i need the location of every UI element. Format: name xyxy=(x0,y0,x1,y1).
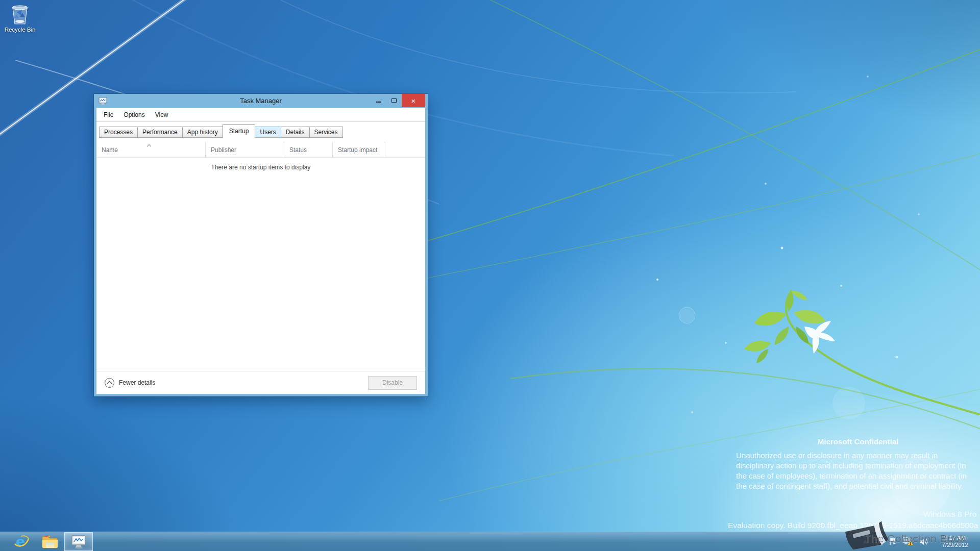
confidential-line: the case of contingent staff), and poten… xyxy=(736,481,980,491)
empty-list-message: There are no startup items to display xyxy=(96,164,425,171)
fewer-details-button[interactable]: Fewer details xyxy=(105,378,155,388)
confidential-watermark: Microsoft Confidential Unauthorized use … xyxy=(736,437,980,491)
menu-file[interactable]: File xyxy=(99,109,118,120)
tab-processes[interactable]: Processes xyxy=(99,127,138,138)
menu-options[interactable]: Options xyxy=(118,109,150,120)
touch-keyboard-icon[interactable] xyxy=(873,538,883,546)
confidential-line: the case of employees), termination of a… xyxy=(736,471,980,481)
task-manager-taskbar-button[interactable] xyxy=(64,532,93,551)
file-explorer-icon xyxy=(42,535,58,548)
close-button[interactable]: × xyxy=(402,94,425,107)
recycle-bin-icon xyxy=(8,3,32,26)
task-manager-icon xyxy=(71,535,86,549)
file-explorer-button[interactable] xyxy=(36,532,64,551)
column-header-filler xyxy=(385,142,425,157)
clock-time: 9:17 AM xyxy=(934,535,976,542)
evaluation-copy-watermark: Evaluation copy. Build 9200.fbl_eeap.120… xyxy=(728,521,978,530)
tab-users[interactable]: Users xyxy=(255,127,281,138)
task-manager-window: Task Manager × File Options View Process… xyxy=(94,94,428,396)
system-tray: 9:17 AM 7/29/2012 xyxy=(863,532,980,551)
taskbar-pinned-apps: e xyxy=(0,532,93,551)
clock-date: 7/29/2012 xyxy=(934,542,976,549)
disable-button[interactable]: Disable xyxy=(368,376,417,390)
recycle-bin[interactable]: Recycle Bin xyxy=(4,3,36,33)
confidential-title: Microsoft Confidential xyxy=(736,437,980,447)
startup-items-list: There are no startup items to display xyxy=(96,158,425,371)
column-headers: Name Publisher Status Startup impact xyxy=(96,142,425,158)
minimize-button[interactable] xyxy=(371,94,386,107)
column-header-name[interactable]: Name xyxy=(96,142,206,157)
internet-explorer-icon: e xyxy=(14,534,29,549)
svg-text:e: e xyxy=(16,534,25,549)
chevron-up-circle-icon xyxy=(105,378,114,388)
footer-bar: Fewer details Disable xyxy=(96,371,425,394)
tab-content-gap xyxy=(96,138,425,142)
column-header-status[interactable]: Status xyxy=(284,142,333,157)
tab-strip: Processes Performance App history Startu… xyxy=(96,122,425,138)
network-warning-icon[interactable] xyxy=(902,537,914,546)
taskbar-clock[interactable]: 9:17 AM 7/29/2012 xyxy=(934,535,976,548)
menu-bar: File Options View xyxy=(96,108,425,122)
action-center-flag-icon[interactable] xyxy=(889,537,897,546)
show-hidden-icons-button[interactable] xyxy=(863,540,868,543)
tab-details[interactable]: Details xyxy=(281,127,310,138)
title-bar[interactable]: Task Manager × xyxy=(96,94,425,108)
fewer-details-label: Fewer details xyxy=(119,379,155,386)
menu-view[interactable]: View xyxy=(150,109,174,120)
confidential-line: disciplinary action up to and including … xyxy=(736,461,980,471)
minimize-icon xyxy=(376,102,381,103)
column-header-publisher[interactable]: Publisher xyxy=(206,142,284,157)
windows-edition-watermark: Windows 8 Pro xyxy=(923,510,976,519)
recycle-bin-label: Recycle Bin xyxy=(4,27,36,33)
task-manager-body: File Options View Processes Performance … xyxy=(96,108,425,394)
window-controls: × xyxy=(371,94,425,107)
tab-app-history[interactable]: App history xyxy=(183,127,223,138)
tab-performance[interactable]: Performance xyxy=(138,127,183,138)
taskbar: e xyxy=(0,532,980,551)
sort-ascending-icon xyxy=(148,144,151,147)
close-icon: × xyxy=(411,97,416,105)
maximize-button[interactable] xyxy=(386,94,402,107)
internet-explorer-button[interactable]: e xyxy=(7,532,36,551)
desktop: Recycle Bin Microsoft Confidential Unaut… xyxy=(0,0,980,551)
confidential-line: Unauthorized use or disclosure in any ma… xyxy=(736,450,980,461)
volume-icon[interactable] xyxy=(919,538,928,546)
tab-startup[interactable]: Startup xyxy=(223,124,256,138)
column-header-startup-impact[interactable]: Startup impact xyxy=(333,142,385,157)
maximize-icon xyxy=(391,98,397,103)
tab-services[interactable]: Services xyxy=(310,127,343,138)
